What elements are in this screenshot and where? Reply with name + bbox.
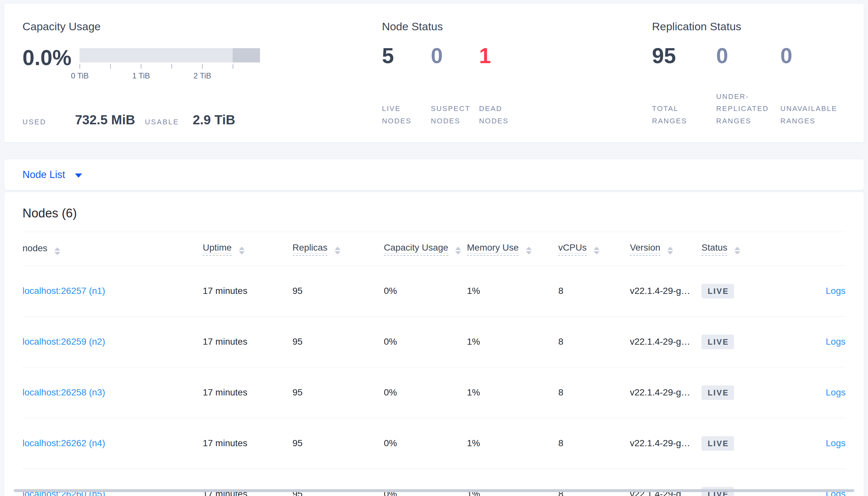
nodes-table-card: Nodes (6) nodes Uptime Replicas <box>4 192 864 496</box>
uptime-cell: 17 minutes <box>203 367 292 418</box>
unavailable-ranges-metric: 0 UNAVAILABLE RANGES <box>780 45 845 127</box>
vcpus-cell: 8 <box>558 266 630 316</box>
capacity-axis-labels: 0 TiB 1 TiB 2 TiB <box>79 71 233 81</box>
version-cell: v22.1.4-29-g… <box>630 316 702 367</box>
usable-value: 2.9 TiB <box>193 113 235 127</box>
status-badge: LIVE <box>702 335 734 349</box>
sort-icon <box>667 247 673 254</box>
suspect-nodes-label: SUSPECT NODES <box>431 103 479 127</box>
view-selector-bar: Node List <box>4 159 864 190</box>
node-status-title: Node Status <box>382 20 652 33</box>
axis-tick-label: 1 TiB <box>132 71 150 80</box>
axis-tick <box>233 64 233 69</box>
logs-link[interactable]: Logs <box>826 337 845 346</box>
capacity-cell: 0% <box>384 367 467 418</box>
replicas-cell: 95 <box>293 266 384 316</box>
logs-link[interactable]: Logs <box>826 438 845 448</box>
under-replicated-ranges-metric: 0 UNDER-REPLICATED RANGES <box>716 45 780 127</box>
column-header-replicas[interactable]: Replicas <box>293 232 384 266</box>
horizontal-scrollbar[interactable] <box>14 489 854 492</box>
axis-tick <box>202 64 203 69</box>
node-status-panel: Node Status 5 LIVE NODES 0 SUSPECT NODES… <box>382 20 652 127</box>
replicas-cell: 95 <box>293 418 384 469</box>
column-header-label: Replicas <box>293 243 327 253</box>
memory-cell: 1% <box>467 367 558 418</box>
under-replicated-ranges-value: 0 <box>716 45 780 66</box>
capacity-cell: 0% <box>384 316 467 367</box>
column-header-label: nodes <box>23 243 47 253</box>
uptime-cell: 17 minutes <box>203 418 292 469</box>
axis-tick <box>171 64 172 69</box>
logs-link[interactable]: Logs <box>826 387 845 398</box>
table-row: localhost:26258 (n3) 17 minutes 95 0% 1%… <box>23 367 845 418</box>
sort-icon <box>594 247 599 254</box>
column-header-nodes[interactable]: nodes <box>23 232 203 266</box>
unavailable-ranges-label: UNAVAILABLE RANGES <box>780 103 845 127</box>
capacity-usage-title: Capacity Usage <box>23 20 382 33</box>
suspect-nodes-value: 0 <box>431 45 479 66</box>
under-replicated-ranges-label: UNDER-REPLICATED RANGES <box>716 91 780 127</box>
chevron-down-icon <box>75 173 82 178</box>
uptime-cell: 17 minutes <box>203 266 292 316</box>
sort-icon <box>526 247 532 254</box>
total-ranges-label: TOTAL RANGES <box>652 103 716 127</box>
node-link[interactable]: localhost:26259 (n2) <box>23 337 105 346</box>
node-link[interactable]: localhost:26257 (n1) <box>23 286 105 296</box>
version-cell: v22.1.4-29-g… <box>630 418 702 469</box>
column-header-uptime[interactable]: Uptime <box>203 232 292 266</box>
axis-tick <box>110 64 111 69</box>
column-header-memory-use[interactable]: Memory Use <box>467 232 558 266</box>
total-ranges-value: 95 <box>652 45 716 66</box>
table-row: localhost:26257 (n1) 17 minutes 95 0% 1%… <box>23 266 845 316</box>
column-header-vcpus[interactable]: vCPUs <box>558 232 630 266</box>
dead-nodes-value: 1 <box>479 45 531 66</box>
status-badge: LIVE <box>702 385 734 400</box>
axis-tick <box>79 64 80 69</box>
live-nodes-value: 5 <box>382 45 431 66</box>
total-ranges-metric: 95 TOTAL RANGES <box>652 45 716 127</box>
status-badge: LIVE <box>702 284 734 298</box>
sort-icon <box>239 247 245 254</box>
nodes-section-title: Nodes (6) <box>23 206 845 221</box>
axis-tick-label: 0 TiB <box>71 71 89 80</box>
column-header-status[interactable]: Status <box>702 232 783 266</box>
usable-label: USABLE <box>145 118 179 126</box>
capacity-bar-reserved-segment <box>233 48 260 62</box>
axis-tick <box>141 64 141 69</box>
version-cell: v22.1.4-29-g… <box>630 266 702 316</box>
column-header-version[interactable]: Version <box>630 232 702 266</box>
uptime-cell: 17 minutes <box>203 316 292 367</box>
table-row: localhost:26262 (n4) 17 minutes 95 0% 1%… <box>23 418 845 469</box>
vcpus-cell: 8 <box>558 316 630 367</box>
status-badge: LIVE <box>702 436 734 451</box>
suspect-nodes-metric: 0 SUSPECT NODES <box>431 45 479 127</box>
replication-status-title: Replication Status <box>652 20 845 33</box>
column-header-label: Status <box>702 243 727 253</box>
node-list-dropdown-label: Node List <box>23 169 65 181</box>
column-header-capacity-usage[interactable]: Capacity Usage <box>384 232 467 266</box>
replicas-cell: 95 <box>293 367 384 418</box>
capacity-cell: 0% <box>384 266 467 316</box>
replicas-cell: 95 <box>293 316 384 367</box>
table-header-row: nodes Uptime Replicas Capacity Usage Mem… <box>23 232 845 266</box>
node-link[interactable]: localhost:26262 (n4) <box>23 438 105 448</box>
column-header-label: Version <box>630 243 660 253</box>
sort-icon <box>455 247 461 254</box>
logs-link[interactable]: Logs <box>826 286 845 296</box>
capacity-axis-ticks <box>79 64 233 69</box>
vcpus-cell: 8 <box>558 418 630 469</box>
node-list-dropdown[interactable]: Node List <box>23 169 82 181</box>
sort-icon <box>734 247 740 254</box>
nodes-table: nodes Uptime Replicas Capacity Usage Mem… <box>23 232 845 496</box>
used-label: USED <box>23 118 46 126</box>
replication-status-panel: Replication Status 95 TOTAL RANGES 0 UND… <box>652 20 845 127</box>
used-value: 732.5 MiB <box>75 113 135 127</box>
axis-tick-label: 2 TiB <box>194 71 211 80</box>
column-header-label: vCPUs <box>558 243 586 253</box>
table-row: localhost:26259 (n2) 17 minutes 95 0% 1%… <box>23 316 845 367</box>
unavailable-ranges-value: 0 <box>780 45 845 66</box>
capacity-cell: 0% <box>384 418 467 469</box>
node-link[interactable]: localhost:26258 (n3) <box>23 387 105 398</box>
column-header-label: Capacity Usage <box>384 243 448 253</box>
capacity-bar-chart: 0 TiB 1 TiB 2 TiB <box>79 47 260 81</box>
